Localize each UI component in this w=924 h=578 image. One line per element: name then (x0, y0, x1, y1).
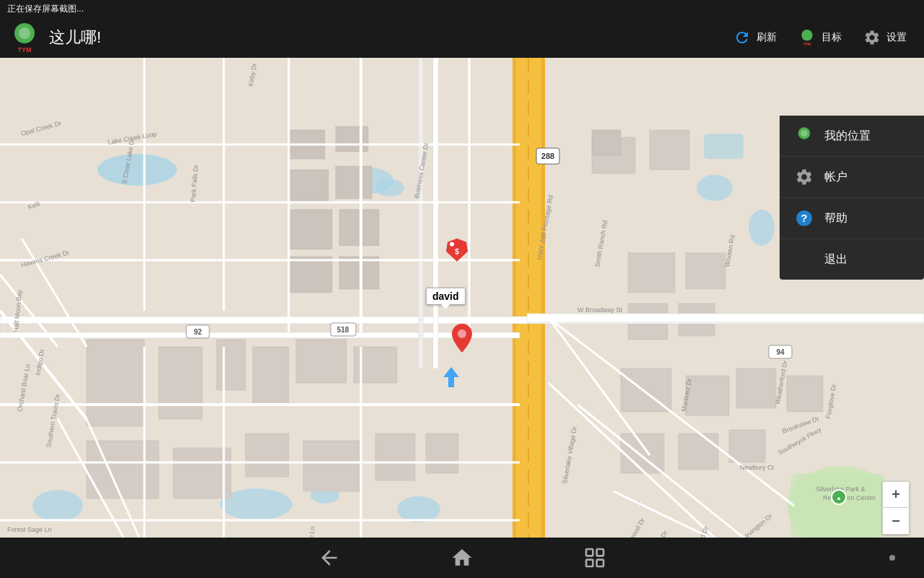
svg-point-13 (32, 490, 83, 522)
gear-icon (794, 167, 814, 187)
menu-item-help-label: 帮助 (824, 211, 847, 226)
svg-rect-41 (679, 434, 718, 470)
svg-rect-18 (87, 340, 144, 426)
home-button[interactable] (439, 540, 485, 575)
svg-rect-19 (159, 347, 202, 419)
svg-text:92: 92 (193, 328, 202, 336)
svg-rect-47 (336, 166, 372, 199)
svg-rect-49 (339, 210, 379, 246)
svg-rect-20 (217, 340, 245, 390)
svg-text:W Broadway St: W Broadway St (578, 306, 623, 314)
svg-rect-28 (375, 434, 415, 480)
menu-item-logout[interactable]: 退出 (780, 239, 924, 280)
svg-rect-139 (597, 560, 603, 566)
svg-text:288: 288 (541, 152, 554, 160)
svg-rect-39 (787, 376, 823, 412)
top-actions: 刷新 TYM 目标 设置 (723, 23, 915, 52)
svg-text:Newbury Ct: Newbury Ct (740, 464, 775, 471)
svg-rect-33 (686, 253, 725, 289)
svg-rect-42 (729, 430, 765, 462)
menu-item-logout-label: 退出 (824, 252, 847, 267)
svg-rect-27 (303, 441, 361, 491)
menu-item-my-location[interactable]: 我的位置 (780, 116, 924, 157)
app-logo: TYM (9, 22, 40, 53)
dropdown-menu: 我的位置 帐户 ? 帮助 退出 (780, 116, 924, 280)
svg-rect-50 (289, 256, 332, 293)
menu-item-account[interactable]: 帐户 (780, 157, 924, 198)
svg-point-14 (397, 496, 440, 522)
menu-item-account-label: 帐户 (824, 170, 847, 185)
svg-rect-21 (253, 347, 289, 405)
svg-text:Forest Sage Ln: Forest Sage Ln (7, 526, 52, 533)
svg-rect-137 (597, 549, 603, 556)
svg-rect-25 (173, 448, 231, 499)
svg-text:518: 518 (337, 326, 349, 334)
settings-button[interactable]: 设置 (853, 23, 915, 52)
svg-rect-17 (790, 473, 884, 538)
navigation-dot (889, 555, 895, 561)
refresh-label: 刷新 (757, 31, 777, 44)
top-bar: TYM 这儿哪! 刷新 TYM 目标 (0, 17, 924, 58)
svg-rect-138 (586, 560, 593, 566)
svg-point-133 (801, 130, 807, 137)
map-container[interactable]: 288 92 518 94 (0, 58, 924, 578)
svg-point-10 (749, 210, 775, 246)
menu-item-my-location-label: 我的位置 (824, 129, 871, 144)
svg-rect-61 (419, 58, 423, 368)
svg-text:TYM: TYM (803, 43, 811, 46)
svg-rect-29 (426, 434, 458, 473)
svg-point-9 (697, 175, 733, 201)
target-button[interactable]: TYM 目标 (788, 23, 850, 52)
svg-rect-31 (650, 130, 689, 170)
svg-rect-43 (592, 130, 621, 155)
status-text: 正在保存屏幕截图... (7, 3, 84, 15)
app-title: 这儿哪! (49, 27, 723, 48)
svg-rect-60 (433, 58, 438, 368)
recent-apps-button[interactable] (572, 540, 618, 575)
svg-text:TYM: TYM (18, 46, 32, 53)
back-button[interactable] (306, 540, 352, 575)
target-icon: TYM (797, 27, 817, 48)
svg-rect-32 (628, 253, 675, 293)
svg-rect-46 (289, 170, 328, 202)
svg-rect-26 (245, 434, 289, 477)
target-label: 目标 (821, 31, 842, 44)
svg-point-3 (801, 30, 812, 40)
svg-text:Recreation Center: Recreation Center (823, 494, 876, 501)
status-bar: 正在保存屏幕截图... (0, 0, 924, 17)
svg-text:?: ? (801, 212, 807, 224)
help-icon: ? (794, 208, 814, 228)
refresh-icon (732, 27, 752, 48)
svg-rect-48 (289, 210, 332, 249)
location-icon (794, 126, 814, 146)
settings-icon (862, 27, 882, 48)
svg-text:●: ● (837, 495, 840, 502)
svg-rect-11 (704, 134, 744, 159)
svg-point-6 (97, 154, 177, 186)
svg-rect-40 (621, 434, 664, 473)
refresh-button[interactable]: 刷新 (723, 23, 785, 52)
svg-rect-58 (527, 314, 924, 322)
svg-text:94: 94 (776, 348, 785, 356)
settings-label: 设置 (886, 31, 907, 44)
logout-spacer (794, 249, 814, 269)
menu-item-help[interactable]: ? 帮助 (780, 198, 924, 239)
svg-rect-22 (296, 340, 346, 383)
svg-point-1 (19, 27, 30, 39)
svg-rect-38 (736, 368, 776, 408)
bottom-navigation-bar (0, 538, 924, 578)
svg-point-8 (375, 179, 404, 197)
svg-rect-51 (339, 256, 379, 289)
svg-rect-45 (336, 126, 368, 152)
svg-rect-136 (586, 549, 593, 556)
